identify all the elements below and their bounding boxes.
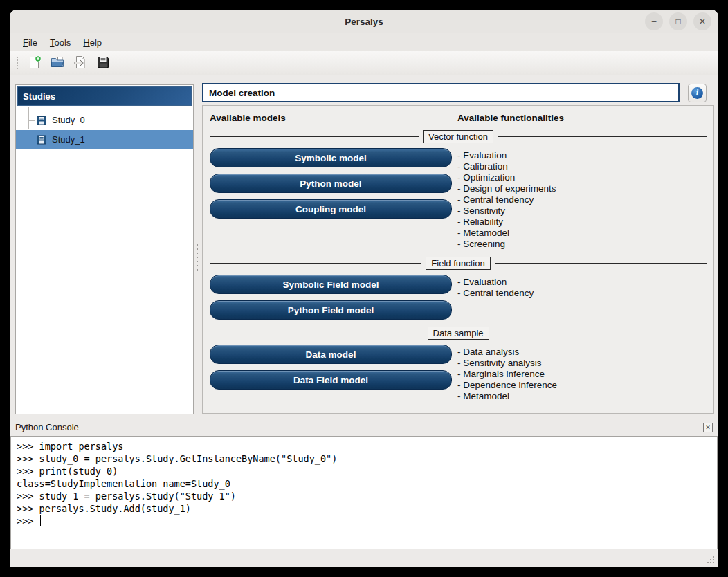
toolbar-drag-handle[interactable] <box>17 57 18 69</box>
console-close-button[interactable]: ✕ <box>703 423 713 432</box>
import-script-icon <box>73 55 88 72</box>
section-legend-field-function: Field function <box>210 257 707 270</box>
functionality-item: - Sensitivity <box>457 205 556 217</box>
model-buttons: Data model Data Field model <box>210 345 452 390</box>
section-legend-data-sample: Data sample <box>210 327 707 340</box>
study-floppy-icon <box>37 135 46 145</box>
save-icon <box>95 55 111 72</box>
tree-item-study-0[interactable]: Study_0 <box>16 111 193 129</box>
functionality-item: - Data analysis <box>457 347 557 358</box>
functionality-item: - Sensitivity analysis <box>457 358 557 369</box>
functionality-item: - Marginals inference <box>457 369 557 380</box>
console-line: >>> print(study_0) <box>17 465 711 477</box>
persalys-window: Persalys – □ ✕ File Tools Help <box>10 10 718 567</box>
menu-tools[interactable]: Tools <box>44 35 77 50</box>
functionality-item: - Metamodel <box>457 228 556 239</box>
menu-help[interactable]: Help <box>77 35 108 50</box>
open-study-button[interactable] <box>48 53 67 73</box>
model-buttons: Symbolic Field model Python Field model <box>210 275 452 320</box>
functionality-item: - Optimization <box>457 172 556 183</box>
window-title: Persalys <box>345 17 383 27</box>
section-data-sample: Data model Data Field model - Data analy… <box>210 345 707 402</box>
new-study-button[interactable] <box>25 53 44 73</box>
minimize-button[interactable]: – <box>645 12 663 30</box>
available-functionalities-header: Available functionalities <box>457 113 564 123</box>
console-prompt-line: >>> <box>17 515 711 527</box>
python-field-model-button[interactable]: Python Field model <box>210 300 452 320</box>
model-creation-field[interactable] <box>202 83 680 102</box>
console-line: >>> persalys.Study.Add(study_1) <box>17 502 711 515</box>
data-model-button[interactable]: Data model <box>210 345 452 364</box>
functionality-item: - Central tendency <box>457 194 556 205</box>
functionality-list: - Evaluation - Central tendency <box>457 275 534 299</box>
data-field-model-button[interactable]: Data Field model <box>210 370 452 390</box>
info-icon: i <box>691 87 703 99</box>
functionality-item: - Metamodel <box>457 391 557 402</box>
functionality-list: - Data analysis - Sensitivity analysis -… <box>457 345 557 402</box>
save-button[interactable] <box>93 53 113 73</box>
python-console-header: Python Console ✕ <box>10 419 718 436</box>
functionality-item: - Evaluation <box>457 277 534 288</box>
functionality-item: - Dependence inference <box>457 380 557 391</box>
coupling-model-button[interactable]: Coupling model <box>210 199 452 219</box>
toolbar <box>10 51 718 75</box>
python-console[interactable]: >>> import persalys >>> study_0 = persal… <box>10 436 718 549</box>
column-headers: Available models Available functionaliti… <box>210 113 707 123</box>
functionality-item: - Design of experiments <box>457 183 556 194</box>
window-controls: – □ ✕ <box>645 12 711 30</box>
studies-panel: Studies Study_0 <box>15 84 194 414</box>
python-model-button[interactable]: Python model <box>210 174 452 193</box>
available-models-header: Available models <box>210 113 452 123</box>
maximize-button[interactable]: □ <box>669 12 687 30</box>
functionality-item: - Calibration <box>457 161 556 172</box>
menu-bar: File Tools Help <box>10 33 718 51</box>
menu-file[interactable]: File <box>17 35 44 50</box>
tree-item-study-1[interactable]: Study_1 <box>16 129 193 149</box>
tree-item-label: Study_1 <box>52 134 85 145</box>
functionality-item: - Central tendency <box>457 288 534 299</box>
functionality-list: - Evaluation - Calibration - Optimizatio… <box>457 148 556 250</box>
symbolic-model-button[interactable]: Symbolic model <box>210 148 452 167</box>
model-creation-panel: Available models Available functionaliti… <box>202 105 714 414</box>
study-floppy-icon <box>37 116 46 125</box>
status-bar <box>10 549 718 567</box>
title-bar: Persalys – □ ✕ <box>10 10 718 33</box>
console-line: class=StudyImplementation name=Study_0 <box>17 477 711 490</box>
resize-grip-icon[interactable] <box>713 562 714 563</box>
close-icon: ✕ <box>705 424 711 431</box>
symbolic-field-model-button[interactable]: Symbolic Field model <box>210 275 452 294</box>
console-line: >>> study_0 = persalys.Study.GetInstance… <box>17 452 711 465</box>
studies-tree: Study_0 Study_1 <box>16 107 193 149</box>
section-legend-vector-function: Vector function <box>210 130 707 143</box>
import-script-button[interactable] <box>71 53 90 73</box>
panel-splitter[interactable] <box>197 244 198 271</box>
functionality-item: - Evaluation <box>457 150 556 161</box>
studies-panel-header: Studies <box>17 86 192 106</box>
functionality-item: - Reliability <box>457 217 556 228</box>
new-study-icon <box>27 55 42 72</box>
close-button[interactable]: ✕ <box>693 12 711 30</box>
model-buttons: Symbolic model Python model Coupling mod… <box>210 148 452 219</box>
section-field-function: Symbolic Field model Python Field model … <box>210 275 707 320</box>
open-study-icon <box>50 55 65 72</box>
python-console-title: Python Console <box>15 422 79 432</box>
tree-item-label: Study_0 <box>52 115 85 125</box>
info-button[interactable]: i <box>688 84 707 102</box>
console-line: >>> import persalys <box>17 440 711 452</box>
console-line: >>> study_1 = persalys.Study("Study_1") <box>17 490 711 502</box>
text-cursor <box>40 515 41 526</box>
functionality-item: - Screening <box>457 239 556 250</box>
section-vector-function: Symbolic model Python model Coupling mod… <box>210 148 707 250</box>
